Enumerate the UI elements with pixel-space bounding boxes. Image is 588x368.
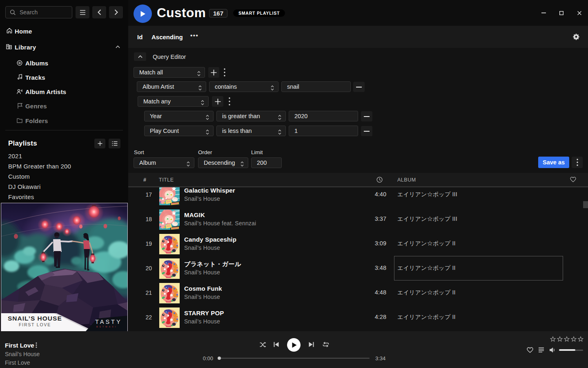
svg-text:BSTMAXI: BSTMAXI [96, 325, 117, 328]
svg-text:FIRST LOVE: FIRST LOVE [19, 322, 51, 327]
svg-text:SNAIL’S HOUSE: SNAIL’S HOUSE [8, 315, 62, 322]
svg-text:TASTY: TASTY [95, 319, 122, 325]
